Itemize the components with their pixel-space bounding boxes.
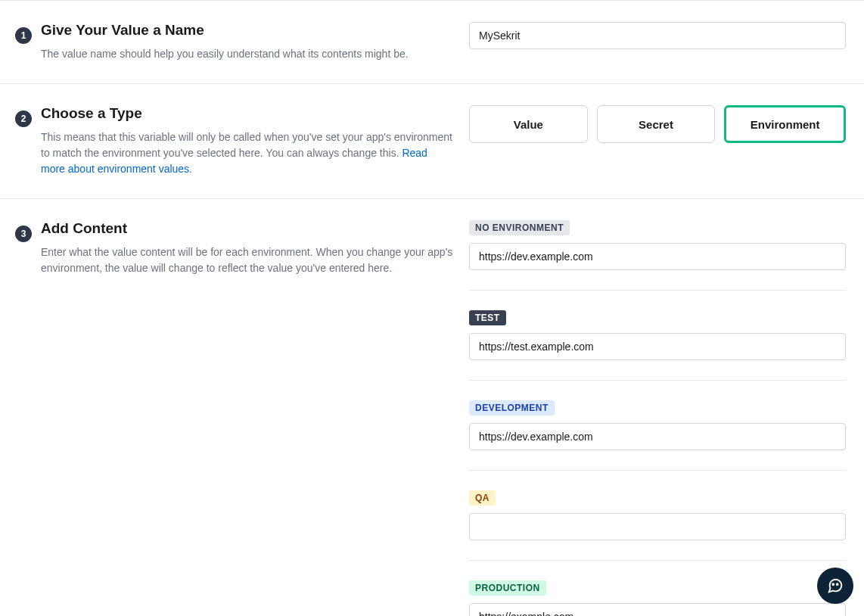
left-column: 1 Give Your Value a Name The value name … [15,22,454,62]
section-title: Choose a Type [41,105,454,122]
step-number-2: 2 [15,110,32,127]
right-column: NO ENVIRONMENT TEST DEVELOPMENT QA PRODU… [454,220,846,616]
env-tag: QA [469,490,496,506]
section-desc: Enter what the value content will be for… [41,244,454,276]
env-block-production: PRODUCTION [469,580,846,616]
step-text: Add Content Enter what the value content… [41,220,454,616]
env-input-production[interactable] [469,603,846,616]
chat-icon [827,577,844,594]
section-type: 2 Choose a Type This means that this var… [0,84,864,199]
right-column [454,22,846,62]
type-value-button[interactable]: Value [469,105,588,143]
step-number-1: 1 [15,27,32,44]
type-selector: Value Secret Environment [469,105,846,143]
section-name: 1 Give Your Value a Name The value name … [0,0,864,84]
svg-point-1 [837,583,838,585]
env-input-test[interactable] [469,333,846,360]
section-title: Give Your Value a Name [41,22,454,39]
section-title: Add Content [41,220,454,237]
env-block-no-environment: NO ENVIRONMENT [469,220,846,291]
left-column: 3 Add Content Enter what the value conte… [15,220,454,616]
type-environment-button[interactable]: Environment [724,105,846,143]
env-block-qa: QA [469,490,846,561]
env-block-test: TEST [469,310,846,381]
env-tag: TEST [469,310,506,325]
step-text: Give Your Value a Name The value name sh… [41,22,454,62]
step-number-3: 3 [15,226,32,242]
section-desc: The value name should help you easily un… [41,46,454,62]
env-input-no-environment[interactable] [469,243,846,270]
section-content: 3 Add Content Enter what the value conte… [0,199,864,616]
env-tag: PRODUCTION [469,580,546,596]
right-column: Value Secret Environment [454,105,846,177]
value-name-input[interactable] [469,22,846,49]
env-tag: DEVELOPMENT [469,400,555,415]
desc-text: This means that this variable will only … [41,131,452,159]
period: . [189,163,192,175]
type-secret-button[interactable]: Secret [597,105,716,143]
env-input-qa[interactable] [469,513,846,540]
env-input-development[interactable] [469,423,846,450]
left-column: 2 Choose a Type This means that this var… [15,105,454,177]
env-block-development: DEVELOPMENT [469,400,846,471]
env-tag: NO ENVIRONMENT [469,220,570,235]
chat-help-button[interactable] [817,568,853,604]
section-desc: This means that this variable will only … [41,129,454,177]
step-text: Choose a Type This means that this varia… [41,105,454,177]
svg-point-0 [832,583,834,585]
